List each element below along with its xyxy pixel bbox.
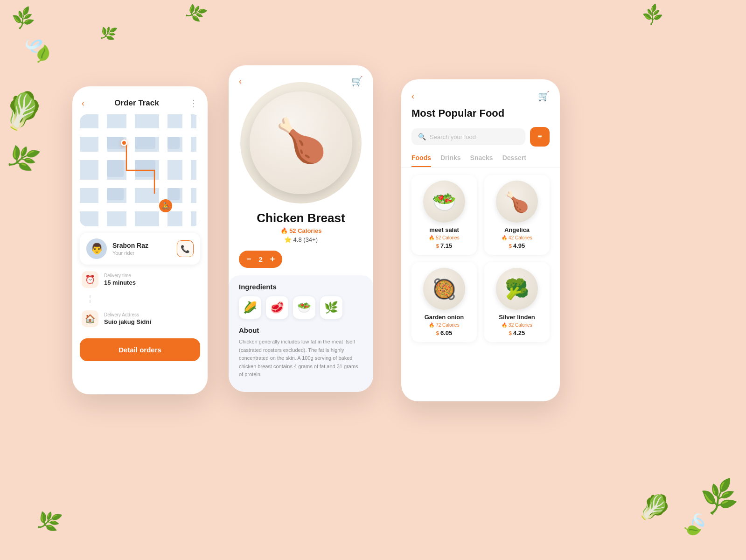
rider-role: Your rider: [112, 250, 148, 256]
popular-food-screen: ‹ 🛒 Most Popular Food 🔍 Search your food…: [401, 79, 560, 401]
food-name: Chicken Breast: [229, 203, 373, 227]
call-button[interactable]: 📞: [177, 240, 194, 257]
food-card-silver-linden[interactable]: 🥦 Silver linden 🔥 32 Calories $ 4.25: [484, 262, 550, 342]
back-button-2[interactable]: ‹: [239, 77, 242, 86]
clock-icon: ⏰: [82, 271, 98, 288]
ingredient-3: 🥗: [293, 296, 315, 319]
chicken-breast-screen: ‹ 🛒 🍗 Chicken Breast 🔥 52 Calories ⭐ 4.8…: [229, 65, 373, 392]
food-name-meet-salat: meet salat: [417, 226, 471, 233]
about-text: Chicken generally includes low fat in th…: [239, 338, 363, 379]
rider-avatar: 👨: [86, 238, 107, 259]
filter-icon: ≡: [537, 133, 542, 141]
price-row: Price $ 7.15 +: [229, 388, 373, 392]
delivery-address-value: Suio jakug Sidni: [104, 318, 151, 325]
search-placeholder: Search your food: [430, 133, 476, 140]
food-card-angelica[interactable]: 🍗 Angelica 🔥 42 Calories $ 4.95: [484, 175, 550, 255]
food-hero-image: 🍗: [240, 82, 362, 203]
food-price-angelica: $ 4.95: [490, 242, 544, 249]
tab-drinks[interactable]: Drinks: [440, 154, 461, 167]
leaf-tl3: 🌿: [183, 0, 209, 25]
ingredient-1: 🌽: [239, 296, 261, 319]
house-icon: 🏠: [82, 310, 98, 327]
cart-icon-3[interactable]: 🛒: [538, 91, 550, 102]
filter-button[interactable]: ≡: [530, 127, 550, 147]
food-emoji: 🍗: [275, 116, 327, 165]
rider-map-icon: 🚴: [159, 199, 172, 212]
back-button-3[interactable]: ‹: [411, 91, 414, 101]
map-area: 🚴: [80, 114, 200, 226]
food-rating: ⭐ 4.8 (34+): [229, 236, 373, 243]
about-title: About: [239, 326, 363, 334]
ingredient-2: 🥩: [266, 296, 288, 319]
increase-qty-button[interactable]: +: [270, 254, 275, 264]
order-track-screen: ‹ Order Track ⋮ 🚴: [72, 86, 208, 394]
phone3-header: ‹ 🛒: [401, 79, 560, 107]
ingredients-title: Ingredients: [239, 283, 363, 291]
food-card-meet-salat[interactable]: 🥗 meet salat 🔥 52 Calories $ 7.15: [411, 175, 477, 255]
food-calories: 🔥 52 Calories: [229, 227, 373, 234]
food-price-silver-linden: $ 4.25: [490, 329, 544, 336]
search-box[interactable]: 🔍 Search your food: [411, 128, 525, 145]
cart-icon-2[interactable]: 🛒: [351, 76, 363, 87]
leaf-br1: 🥬: [637, 490, 674, 525]
search-icon: 🔍: [418, 133, 426, 140]
more-button[interactable]: ⋮: [189, 98, 198, 109]
leaf-left3: 🌿: [4, 140, 42, 177]
leaf-left2: 🥬: [0, 88, 48, 134]
rider-details: Srabon Raz Your rider: [112, 242, 148, 256]
delivery-details: ⏰ Delivery time 15 minutes 🏠 Delivery Ad…: [72, 271, 208, 327]
divider: [90, 295, 198, 303]
food-calories-garden-onion: 🔥 72 Calories: [417, 322, 471, 328]
food-plate: 🍗: [250, 91, 352, 194]
food-image-garden-onion: 🥘: [423, 268, 465, 310]
ingredient-chips: 🌽 🥩 🥗 🌿: [239, 296, 363, 319]
delivery-address-item: 🏠 Delivery Address Suio jakug Sidni: [82, 310, 198, 327]
food-image-angelica: 🍗: [496, 181, 538, 223]
rider-name: Srabon Raz: [112, 242, 148, 249]
ingredient-4: 🌿: [320, 296, 342, 319]
screen-title: Order Track: [114, 98, 159, 108]
quantity-control: − 2 +: [239, 251, 282, 268]
food-image-silver-linden: 🥦: [496, 268, 538, 310]
leaf-tr1: 🌿: [640, 2, 665, 27]
location-marker: [121, 140, 127, 146]
leaf-bl1: 🌿: [34, 507, 63, 535]
rider-info-card: 👨 Srabon Raz Your rider 📞: [80, 233, 200, 265]
delivery-address-label: Delivery Address: [104, 312, 151, 317]
decrease-qty-button[interactable]: −: [246, 254, 251, 264]
food-calories-angelica: 🔥 42 Calories: [490, 235, 544, 240]
leaf-tl2: 🌿: [98, 24, 118, 43]
food-calories-meet-salat: 🔥 52 Calories: [417, 235, 471, 240]
category-tabs: Foods Drinks Snacks Dessert: [401, 154, 560, 168]
food-name-angelica: Angelica: [490, 226, 544, 233]
tab-foods[interactable]: Foods: [411, 154, 431, 167]
leaf-tl1: 🌿: [10, 6, 37, 31]
popular-title: Most Popular Food: [401, 107, 560, 127]
phone1-header: ‹ Order Track ⋮: [72, 86, 208, 114]
delivery-time-label: Delivery time: [104, 273, 136, 278]
food-price-meet-salat: $ 7.15: [417, 242, 471, 249]
food-calories-silver-linden: 🔥 32 Calories: [490, 322, 544, 328]
detail-orders-button[interactable]: Detail orders: [80, 338, 200, 361]
delivery-time-item: ⏰ Delivery time 15 minutes: [82, 271, 198, 288]
tab-dessert[interactable]: Dessert: [502, 154, 526, 167]
leaf-br3: 🌿: [698, 476, 740, 518]
search-row: 🔍 Search your food ≡: [401, 127, 560, 154]
ingredients-section: Ingredients 🌽 🥩 🥗 🌿 About Chicken genera…: [229, 275, 373, 388]
food-card-garden-onion[interactable]: 🥘 Garden onion 🔥 72 Calories $ 6.05: [411, 262, 477, 342]
food-price-garden-onion: $ 6.05: [417, 329, 471, 336]
food-image-meet-salat: 🥗: [423, 181, 465, 223]
leaf-left1: 🍃: [17, 28, 58, 70]
delivery-time-value: 15 minutes: [104, 279, 136, 286]
back-button[interactable]: ‹: [82, 98, 84, 108]
tab-snacks[interactable]: Snacks: [470, 154, 493, 167]
food-grid: 🥗 meet salat 🔥 52 Calories $ 7.15 🍗 Ange…: [401, 175, 560, 342]
leaf-br2: 🍃: [678, 507, 713, 542]
food-name-silver-linden: Silver linden: [490, 314, 544, 321]
quantity-value: 2: [259, 255, 263, 263]
food-name-garden-onion: Garden onion: [417, 314, 471, 321]
